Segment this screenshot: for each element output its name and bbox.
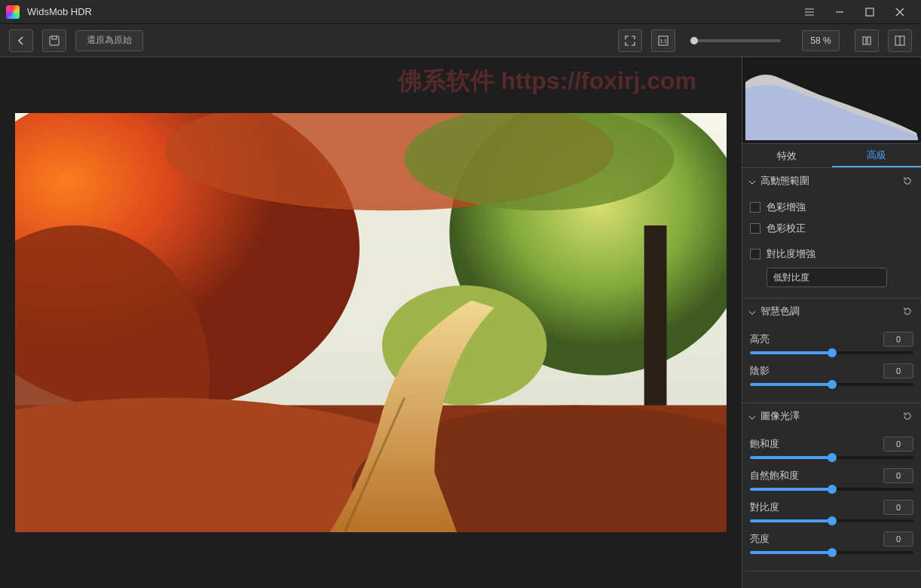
label-shadow: 陰影	[750, 364, 770, 378]
close-button[interactable]	[885, 2, 915, 23]
svg-text:1:1: 1:1	[659, 38, 667, 44]
section-image-gloss: 圖像光澤 飽和度 0 自然飽和度 0	[742, 403, 921, 571]
zoom-slider[interactable]	[690, 39, 781, 42]
slider-saturation-group: 飽和度 0	[750, 436, 913, 459]
sidebar: 特效 高級 高動態範圍 色彩增強 色彩校正	[742, 57, 921, 588]
slider-vibrance-group: 自然飽和度 0	[750, 468, 913, 491]
label-highlight: 高亮	[750, 332, 770, 346]
value-saturation[interactable]: 0	[883, 436, 913, 452]
section-title-gloss: 圖像光澤	[760, 409, 900, 423]
slider-shadow-thumb[interactable]	[828, 380, 837, 389]
histogram-panel	[742, 57, 921, 144]
compare-split-button[interactable]	[888, 29, 912, 52]
label-color-correct: 色彩校正	[766, 222, 806, 235]
chevron-down-icon	[748, 412, 756, 420]
checkbox-contrast-enhance[interactable]	[750, 249, 760, 259]
slider-brightness[interactable]	[750, 551, 913, 554]
section-header-gloss[interactable]: 圖像光澤	[742, 403, 921, 429]
label-color-enhance: 色彩增強	[766, 201, 806, 214]
app-title: WidsMob HDR	[27, 6, 794, 17]
fit-screen-button[interactable]	[618, 29, 642, 52]
svg-rect-4	[863, 37, 866, 44]
toolbar: 還原為原始 1:1 58 %	[0, 24, 921, 57]
image-canvas[interactable]: 佛系软件 https://foxirj.com	[0, 57, 742, 588]
slider-shadow[interactable]	[750, 383, 913, 386]
svg-rect-0	[866, 8, 874, 16]
label-vibrance: 自然飽和度	[750, 469, 799, 482]
zoom-value-display[interactable]: 58 %	[802, 30, 840, 51]
reset-hdr-button[interactable]	[900, 173, 915, 188]
tab-advanced[interactable]: 高級	[832, 144, 922, 167]
chevron-down-icon	[748, 177, 756, 185]
slider-contrast[interactable]	[750, 519, 913, 522]
back-button[interactable]	[9, 29, 33, 52]
checkbox-contrast-enhance-row: 對比度增強	[750, 243, 913, 265]
label-contrast-enhance: 對比度增強	[766, 247, 815, 261]
slider-brightness-thumb[interactable]	[828, 548, 837, 557]
value-highlight[interactable]: 0	[883, 332, 913, 347]
reset-gloss-button[interactable]	[900, 409, 915, 424]
reset-smart-tone-button[interactable]	[900, 304, 915, 319]
actual-size-button[interactable]: 1:1	[651, 29, 675, 52]
svg-rect-5	[867, 37, 871, 44]
checkbox-color-correct-row: 色彩校正	[750, 218, 913, 239]
slider-contrast-group: 對比度 0	[750, 500, 913, 522]
select-contrast-value: 低對比度	[773, 271, 809, 284]
before-after-button[interactable]	[855, 29, 879, 52]
reset-to-original-button[interactable]: 還原為原始	[75, 30, 143, 51]
checkbox-color-enhance[interactable]	[750, 202, 760, 213]
main-area: 佛系软件 https://foxirj.com	[0, 57, 921, 588]
section-header-hdr[interactable]: 高動態範圍	[742, 168, 921, 194]
slider-saturation[interactable]	[750, 456, 913, 459]
slider-contrast-thumb[interactable]	[828, 516, 837, 525]
slider-highlight-thumb[interactable]	[828, 348, 837, 357]
zoom-slider-thumb[interactable]	[690, 37, 698, 44]
svg-rect-1	[50, 36, 59, 45]
sidebar-tabs: 特效 高級	[742, 144, 921, 168]
value-brightness[interactable]: 0	[883, 531, 913, 547]
save-button[interactable]	[42, 29, 66, 52]
slider-saturation-thumb[interactable]	[828, 453, 837, 462]
menu-button[interactable]	[794, 2, 825, 23]
label-contrast: 對比度	[750, 501, 779, 514]
value-contrast[interactable]: 0	[883, 500, 913, 515]
slider-shadow-group: 陰影 0	[750, 363, 913, 386]
image-preview	[15, 113, 727, 532]
watermark-text: 佛系软件 https://foxirj.com	[398, 65, 696, 98]
section-header-smart-tone[interactable]: 智慧色調	[742, 299, 921, 324]
value-shadow[interactable]: 0	[883, 363, 913, 378]
maximize-button[interactable]	[855, 2, 885, 23]
section-title-smart-tone: 智慧色調	[760, 305, 900, 318]
value-vibrance[interactable]: 0	[883, 468, 913, 483]
checkbox-color-enhance-row: 色彩增強	[750, 197, 913, 218]
select-contrast-level[interactable]: 低對比度	[766, 268, 887, 287]
titlebar: WidsMob HDR	[0, 0, 921, 24]
minimize-button[interactable]	[825, 2, 855, 23]
section-smart-tone: 智慧色調 高亮 0 陰影 0	[742, 299, 921, 403]
label-brightness: 亮度	[750, 532, 770, 546]
slider-highlight[interactable]	[750, 351, 913, 354]
checkbox-color-correct[interactable]	[750, 223, 760, 234]
window-controls	[794, 2, 915, 23]
label-saturation: 飽和度	[750, 437, 779, 451]
section-title-hdr: 高動態範圍	[760, 174, 900, 188]
chevron-down-icon	[748, 308, 756, 315]
slider-highlight-group: 高亮 0	[750, 332, 913, 354]
slider-vibrance[interactable]	[750, 488, 913, 491]
slider-brightness-group: 亮度 0	[750, 531, 913, 554]
section-hdr-range: 高動態範圍 色彩增強 色彩校正 對比度增強	[742, 168, 921, 299]
slider-vibrance-thumb[interactable]	[828, 485, 837, 494]
app-logo-icon	[6, 5, 20, 19]
tab-effects[interactable]: 特效	[742, 144, 832, 167]
